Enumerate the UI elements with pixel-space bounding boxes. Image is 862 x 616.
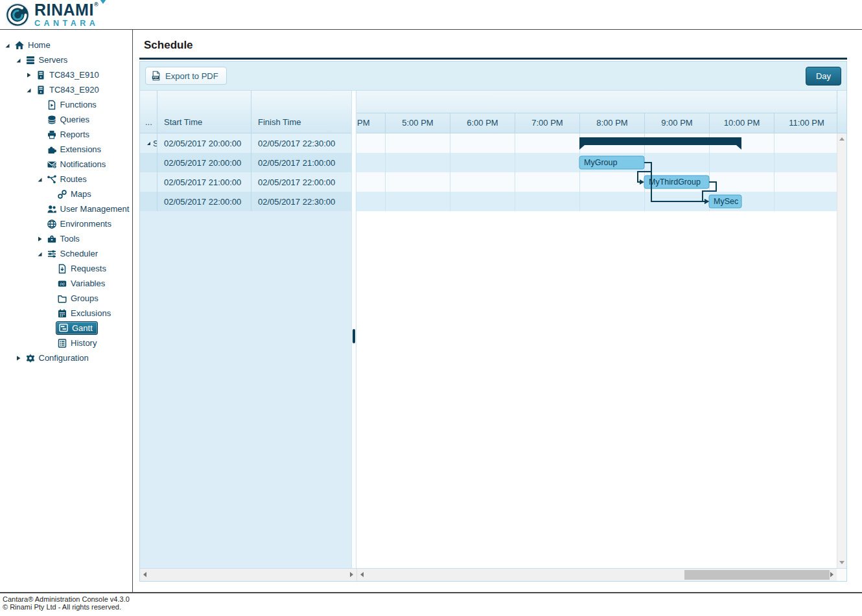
timeline-horizontal-scrollbar[interactable] bbox=[356, 569, 837, 581]
app-footer: Cantara® Administration Console v4.3.0 ©… bbox=[0, 592, 862, 611]
sidebar-item-label: Maps bbox=[71, 189, 91, 199]
scroll-up-icon[interactable] bbox=[839, 137, 845, 141]
expand-arrow-icon[interactable] bbox=[14, 354, 22, 362]
gantt-task-bar-mythirdgroup[interactable]: MyThirdGroup bbox=[644, 176, 709, 188]
sidebar-item-functions[interactable]: Functions bbox=[0, 97, 132, 112]
expander-spacer bbox=[36, 161, 43, 168]
gantt-grid-row[interactable]: 02/05/2017 21:00:00 02/05/2017 22:00:00 bbox=[140, 172, 351, 192]
sidebar-item-history[interactable]: History bbox=[0, 336, 132, 350]
gantt-icon bbox=[58, 323, 69, 333]
sidebar-item-body[interactable]: Home bbox=[13, 40, 53, 51]
timeline-hour-label: 9:00 PM bbox=[644, 113, 709, 133]
sidebar-item-body[interactable]: Queries bbox=[45, 114, 93, 126]
grid-horizontal-scrollbar[interactable] bbox=[140, 569, 356, 581]
sidebar-item-routes[interactable]: Routes bbox=[0, 172, 132, 187]
expand-arrow-icon[interactable] bbox=[25, 71, 32, 79]
sidebar-item-extensions[interactable]: Extensions bbox=[0, 142, 132, 157]
sidebar-item-reports[interactable]: Reports bbox=[0, 127, 132, 142]
sidebar-item-configuration[interactable]: Configuration bbox=[0, 350, 132, 365]
sidebar-item-body[interactable]: Scheduler bbox=[45, 248, 101, 260]
scrollbar-header-stub bbox=[837, 91, 846, 133]
page-title: Schedule bbox=[144, 39, 847, 52]
collapse-arrow-icon[interactable] bbox=[14, 56, 22, 64]
sidebar-item-body[interactable]: Configuration bbox=[24, 352, 91, 364]
row-expander-cell bbox=[140, 153, 157, 172]
sidebar-item-body[interactable]: TC843_E920 bbox=[34, 84, 102, 96]
sidebar-item-body[interactable]: Exclusions bbox=[56, 308, 113, 319]
splitter-handle-icon[interactable] bbox=[353, 329, 355, 343]
scroll-right-icon[interactable] bbox=[350, 572, 353, 577]
sidebar-item-body[interactable]: User Management bbox=[45, 203, 132, 215]
gantt-task-bar-mysec[interactable]: MySec bbox=[709, 195, 741, 208]
gantt-grid-row[interactable]: S 02/05/2017 20:00:00 02/05/2017 22:30:0… bbox=[140, 133, 351, 153]
scroll-right-icon[interactable] bbox=[830, 572, 833, 577]
sidebar-item-groups[interactable]: Groups bbox=[0, 291, 132, 306]
sidebar-item-body[interactable]: (x) Variables bbox=[56, 278, 108, 290]
svg-text:PDF: PDF bbox=[153, 76, 159, 79]
gantt-grid-row[interactable]: 02/05/2017 20:00:00 02/05/2017 21:00:00 bbox=[140, 153, 351, 172]
scroll-left-icon[interactable] bbox=[360, 572, 364, 577]
gantt-task-bar-mygroup[interactable]: MyGroup bbox=[579, 156, 644, 169]
sidebar-item-body[interactable]: Functions bbox=[45, 99, 99, 111]
sidebar-item-scheduler[interactable]: Scheduler bbox=[0, 246, 132, 261]
pane-splitter[interactable] bbox=[351, 91, 356, 568]
collapse-arrow-icon[interactable] bbox=[3, 41, 11, 49]
sidebar-item-servers[interactable]: Servers bbox=[0, 52, 132, 67]
sidebar-item-requests[interactable]: Requests bbox=[0, 261, 132, 276]
sidebar-item-label: Notifications bbox=[60, 159, 106, 169]
gantt-grid-row[interactable]: 02/05/2017 22:00:00 02/05/2017 22:30:00 bbox=[140, 192, 351, 211]
start-time-cell: 02/05/2017 21:00:00 bbox=[157, 172, 251, 192]
collapse-arrow-icon[interactable] bbox=[36, 250, 43, 258]
logo-secondary-text: CANTARA bbox=[34, 19, 99, 28]
scroll-down-icon[interactable] bbox=[839, 561, 845, 564]
sidebar-item-exclusions[interactable]: Exclusions bbox=[0, 306, 132, 321]
sidebar-item-variables[interactable]: (x) Variables bbox=[0, 276, 132, 291]
grid-column-header-0[interactable]: ... bbox=[140, 91, 157, 133]
sidebar-item-body[interactable]: Routes bbox=[45, 174, 89, 185]
sidebar-item-environments[interactable]: Environments bbox=[0, 216, 132, 231]
sidebar-item-label: Routes bbox=[60, 174, 87, 184]
sidebar-item-body[interactable]: Reports bbox=[45, 129, 93, 141]
scrollbar-thumb[interactable] bbox=[684, 570, 830, 580]
sidebar-item-body[interactable]: Maps bbox=[56, 188, 94, 200]
collapse-arrow-icon[interactable] bbox=[145, 140, 152, 146]
sidebar-item-tc843-e920[interactable]: TC843_E920 bbox=[0, 82, 132, 97]
sidebar-item-user-management[interactable]: User Management bbox=[0, 201, 132, 216]
sidebar-item-body[interactable]: Tools bbox=[45, 233, 82, 245]
sidebar-item-maps[interactable]: Maps bbox=[0, 187, 132, 201]
timeline-hour-label: 11:00 PM bbox=[774, 113, 837, 133]
sidebar-item-tools[interactable]: Tools bbox=[0, 231, 132, 246]
sidebar-item-body[interactable]: Notifications bbox=[45, 159, 109, 170]
export-to-pdf-button[interactable]: PDF Export to PDF bbox=[145, 67, 227, 85]
sidebar-item-gantt[interactable]: Gantt bbox=[0, 321, 132, 336]
sidebar-item-body[interactable]: Gantt bbox=[56, 321, 98, 335]
collapse-arrow-icon[interactable] bbox=[36, 176, 43, 183]
sidebar-item-body[interactable]: TC843_E910 bbox=[34, 69, 102, 81]
scroll-left-icon[interactable] bbox=[143, 572, 146, 577]
grid-column-header-1[interactable]: Start Time bbox=[157, 91, 251, 133]
gantt-chart-layer: MyGroup MyThirdGroup MySec bbox=[356, 133, 837, 224]
sidebar-item-notifications[interactable]: Notifications bbox=[0, 157, 132, 172]
home-icon bbox=[14, 40, 25, 51]
sidebar-item-home[interactable]: Home bbox=[0, 38, 132, 52]
sidebar-item-body[interactable]: Servers bbox=[24, 54, 71, 66]
gantt-summary-bar[interactable] bbox=[579, 137, 741, 150]
expander-spacer bbox=[46, 339, 54, 347]
sidebar-item-body[interactable]: Groups bbox=[56, 293, 101, 304]
pdf-icon: PDF bbox=[151, 71, 161, 81]
application-window: RINAMI® CANTARA Home Servers TC843_E910 … bbox=[0, 0, 862, 616]
day-view-button[interactable]: Day bbox=[806, 67, 841, 86]
row-expander-cell: S bbox=[140, 133, 157, 153]
collapse-arrow-icon[interactable] bbox=[25, 86, 32, 94]
expander-spacer bbox=[36, 116, 43, 124]
sidebar-item-body[interactable]: History bbox=[56, 337, 99, 349]
sidebar-item-label: Exclusions bbox=[71, 308, 111, 318]
sidebar-item-queries[interactable]: Queries bbox=[0, 112, 132, 127]
expand-arrow-icon[interactable] bbox=[36, 235, 43, 243]
sidebar-item-tc843-e910[interactable]: TC843_E910 bbox=[0, 67, 132, 82]
vertical-scrollbar[interactable] bbox=[837, 133, 846, 568]
grid-column-header-2[interactable]: Finish Time bbox=[251, 91, 351, 133]
sidebar-item-body[interactable]: Extensions bbox=[45, 144, 104, 155]
sidebar-item-body[interactable]: Requests bbox=[56, 263, 109, 275]
sidebar-item-body[interactable]: Environments bbox=[45, 218, 114, 230]
